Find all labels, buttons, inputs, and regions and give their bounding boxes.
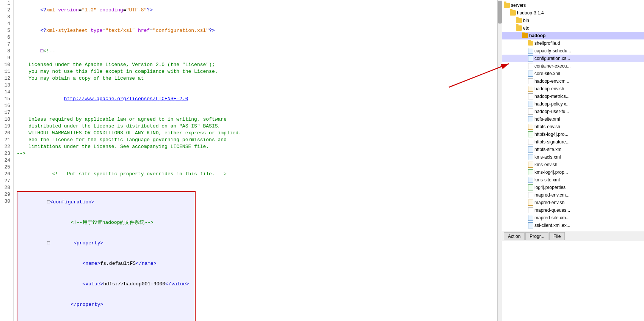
tree-item-label: httpfs-signature... <box>534 139 570 145</box>
file-icon <box>528 86 533 92</box>
tree-item-label: hadoop-3.1.4 <box>517 10 544 16</box>
folder-icon <box>516 18 522 23</box>
file-icon <box>528 124 533 130</box>
code-line: <!--用于设置hadoop的临时文件目录--> <box>17 315 195 321</box>
tree-item-bin[interactable]: bin <box>502 17 644 24</box>
tab-file[interactable]: File <box>549 232 565 240</box>
bottom-tabs: Action Progr... File <box>502 231 644 241</box>
code-line: See the License for the specific languag… <box>17 137 494 143</box>
file-icon <box>528 184 533 190</box>
code-line: □<configuration> <box>17 192 195 212</box>
file-icon <box>528 222 533 228</box>
file-icon <box>528 200 533 206</box>
tree-item-label: capacity-schedu... <box>534 48 571 54</box>
tab-progress[interactable]: Progr... <box>525 232 548 240</box>
tree-item-hadoop-env-cm[interactable]: hadoop-env.cm... <box>502 77 644 85</box>
tree-item-ssl-client[interactable]: ssl-client.xml.ex... <box>502 222 644 229</box>
tree-item-label: core-site.xml <box>534 71 560 76</box>
tree-item-hdfs-site[interactable]: hdfs-site.xml <box>502 115 644 123</box>
line-numbers: 12345 678910 1112131415 1617181920 21222… <box>0 0 14 321</box>
tree-item-label: mapred-site.xm... <box>534 215 570 220</box>
code-line: </property> <box>17 294 195 315</box>
tree-item-label: hadoop-user-fu... <box>534 109 569 114</box>
file-icon <box>528 177 533 183</box>
code-line: <?xml-stylesheet type="text/xsl" href="c… <box>17 20 494 41</box>
tree-item-label: configuration.xs... <box>534 56 570 61</box>
code-line: You may obtain a copy of the License at <box>17 75 494 82</box>
tree-item-configuration-xsl[interactable]: configuration.xs... <box>502 55 644 62</box>
tree-item-hadoop-env-sh[interactable]: hadoop-env.sh <box>502 85 644 93</box>
tree-item-mapred-queues[interactable]: mapred-queues... <box>502 206 644 214</box>
code-line: Unless required by applicable law or agr… <box>17 116 494 123</box>
tree-item-label: hadoop <box>529 33 545 38</box>
tree-item-hadoop314[interactable]: hadoop-3.1.4 <box>502 9 644 17</box>
tree-item-httpfs-site[interactable]: httpfs-site.xml <box>502 146 644 153</box>
code-line <box>17 82 494 89</box>
tree-item-label: httpfs-log4j.pro... <box>534 132 568 137</box>
file-icon <box>528 207 533 213</box>
code-line: http://www.apache.org/licenses/LICENSE-2… <box>17 89 494 109</box>
tree-item-label: hadoop-env.cm... <box>534 79 569 84</box>
tree-item-capacity[interactable]: capacity-schedu... <box>502 47 644 55</box>
folder-icon <box>510 10 516 16</box>
right-panel: servers hadoop-3.1.4 bin etc hadoop <box>502 0 644 241</box>
tree-item-label: httpfs-site.xml <box>534 147 563 152</box>
code-line <box>17 109 494 116</box>
code-line: limitations under the License. See accom… <box>17 143 494 150</box>
file-icon <box>528 116 533 122</box>
file-icon <box>528 131 533 137</box>
tree-item-httpfs-signature[interactable]: httpfs-signature... <box>502 138 644 146</box>
tab-action[interactable]: Action <box>504 232 525 240</box>
tree-item-log4j[interactable]: log4j.properties <box>502 184 644 191</box>
file-icon <box>528 78 533 84</box>
file-icon <box>528 63 533 69</box>
tree-item-etc[interactable]: etc <box>502 24 644 32</box>
editor-area: 12345 678910 1112131415 1617181920 21222… <box>0 0 502 321</box>
tree-item-container-exec[interactable]: container-execu... <box>502 62 644 70</box>
tree-item-kms-env[interactable]: kms-env.sh <box>502 161 644 168</box>
tree-item-hadoop-metrics[interactable]: hadoop-metrics... <box>502 93 644 100</box>
code-line: distributed under the License is distrib… <box>17 123 494 130</box>
tree-item-label: hadoop-policy.x... <box>534 101 570 107</box>
tree-item-label: kms-site.xml <box>534 177 560 183</box>
tree-item-mapred-env-sh[interactable]: mapred-env.sh <box>502 199 644 206</box>
tree-item-label: mapred-env.sh <box>534 200 564 205</box>
tree-item-core-site[interactable]: core-site.xml <box>502 70 644 77</box>
scrollbar-thumb[interactable] <box>498 1 502 24</box>
file-tree[interactable]: servers hadoop-3.1.4 bin etc hadoop <box>502 0 644 231</box>
tree-item-label: mapred-env.cm... <box>534 192 569 198</box>
tree-item-kms-site[interactable]: kms-site.xml <box>502 176 644 184</box>
code-line <box>17 184 494 191</box>
tree-item-label: container-execu... <box>534 63 570 69</box>
file-icon <box>528 101 533 107</box>
code-line: you may not use this file except in comp… <box>17 68 494 75</box>
tree-item-hadoop[interactable]: hadoop <box>502 32 644 39</box>
code-line: □<!-- <box>17 41 494 61</box>
tree-item-mapred-env-cm[interactable]: mapred-env.cm... <box>502 191 644 199</box>
code-container[interactable]: 12345 678910 1112131415 1617181920 21222… <box>0 0 502 321</box>
file-icon <box>528 93 533 99</box>
tree-item-label: shellprofile.d <box>534 41 560 46</box>
file-icon <box>528 55 533 61</box>
tree-item-hadoop-user-fu[interactable]: hadoop-user-fu... <box>502 108 644 115</box>
code-line: <?xml version="1.0" encoding="UTF-8"?> <box>17 0 494 20</box>
editor-scrollbar[interactable] <box>497 0 502 321</box>
tree-item-shellprofile[interactable]: shellprofile.d <box>502 39 644 47</box>
code-editor[interactable]: <?xml version="1.0" encoding="UTF-8"?> <… <box>14 0 497 321</box>
tree-item-label: httpfs-env.sh <box>534 124 560 129</box>
tree-item-httpfs-log4j[interactable]: httpfs-log4j.pro... <box>502 131 644 138</box>
code-line: <!--用于设置hadoop的文件系统--> <box>17 212 195 233</box>
code-line: <!-- Put site-specific property override… <box>17 164 494 184</box>
file-icon <box>528 192 533 198</box>
file-icon <box>528 139 533 145</box>
tree-item-kms-log4j[interactable]: kms-log4j.prop... <box>502 168 644 176</box>
tree-item-mapred-site[interactable]: mapred-site.xm... <box>502 214 644 222</box>
code-line: Licensed under the Apache License, Versi… <box>17 61 494 68</box>
tree-item-label: log4j.properties <box>534 185 566 190</box>
file-icon <box>528 215 533 221</box>
tree-item-servers[interactable]: servers <box>502 2 644 9</box>
tree-item-httpfs-env[interactable]: httpfs-env.sh <box>502 123 644 131</box>
code-line: WITHOUT WARRANTIES OR CONDITIONS OF ANY … <box>17 130 494 137</box>
tree-item-hadoop-policy[interactable]: hadoop-policy.x... <box>502 100 644 108</box>
tree-item-kms-acls[interactable]: kms-acls.xml <box>502 153 644 161</box>
